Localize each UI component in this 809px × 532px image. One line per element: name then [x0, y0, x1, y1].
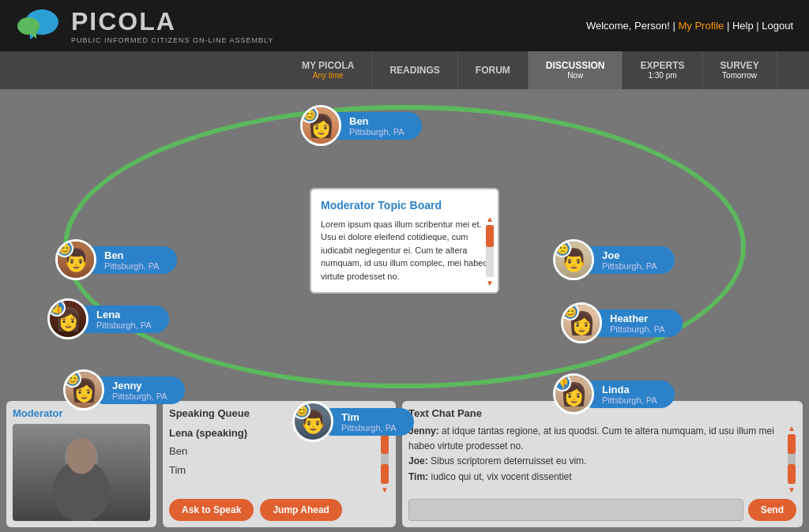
avatar-ben-left: 👨 😊: [55, 239, 96, 280]
chat-messages: Jenny: at idque tantas regione, at ius q…: [408, 424, 787, 494]
chat-msg-tim: Tim: iudico qui ut, vix vocent dissentie…: [408, 470, 787, 485]
participant-ben-top[interactable]: 👩 😊 Ben Pittsburgh, PA: [300, 105, 422, 146]
loc-heather: Pittsburgh, PA: [610, 324, 665, 334]
emotion-ben-left: 😊: [56, 240, 73, 257]
chat-sender-jenny: Jenny:: [408, 425, 439, 436]
emotion-heather: 😊: [562, 303, 579, 320]
chat-scrollbar[interactable]: ▲ ▼: [787, 424, 796, 494]
participant-lena[interactable]: 👩 👍 Lena Pittsburgh, PA: [47, 298, 169, 339]
avatar-joe: 👨 🙁: [553, 239, 594, 280]
avatar-jenny: 👩 😊: [63, 369, 104, 410]
nav-label-survey: SURVEY: [721, 60, 759, 71]
help-link[interactable]: Help: [732, 20, 754, 32]
logout-link[interactable]: Logout: [762, 20, 793, 32]
topic-board: Moderator Topic Board Lorem ipsum quas i…: [310, 188, 499, 294]
moderator-pane: Moderator: [6, 401, 156, 527]
participant-joe[interactable]: 👨 🙁 Joe Pittsburgh, PA: [553, 239, 675, 280]
chat-scroll-thumb: [788, 434, 796, 454]
emotion-tim: 😊: [293, 402, 310, 419]
chat-input-row: Send: [408, 499, 796, 521]
avatar-heather: 👩 😊: [561, 302, 602, 343]
avatar-linda: 👩 👎: [553, 373, 594, 414]
header: PICOLA PUBLIC INFORMED CITIZENS ON-LINE …: [0, 0, 809, 51]
nav-item-discussion[interactable]: DISCUSSION Now: [529, 51, 623, 89]
nav-label-forum: FORUM: [476, 65, 510, 76]
send-button[interactable]: Send: [748, 499, 796, 521]
nav-item-readings[interactable]: READINGS: [372, 51, 457, 89]
chat-sender-joe: Joe:: [408, 455, 428, 466]
nav-item-my-picola[interactable]: MY PICOLA Any time: [284, 51, 372, 89]
topic-board-title: Moderator Topic Board: [321, 199, 488, 212]
queue-scroll-thumb: [381, 434, 389, 454]
nav-bar: MY PICOLA Any time READINGS FORUM DISCUS…: [0, 51, 809, 89]
name-heather: Heather: [610, 313, 648, 324]
chat-input[interactable]: [408, 499, 743, 521]
header-right: Welcome, Person! | My Profile | Help | L…: [586, 20, 793, 32]
main-content: Moderator Topic Board Lorem ipsum quas i…: [0, 89, 809, 532]
nav-sub-discussion: Now: [567, 71, 583, 81]
logo-area: PICOLA PUBLIC INFORMED CITIZENS ON-LINE …: [16, 6, 273, 46]
name-jenny: Jenny: [112, 380, 142, 392]
name-ben-left: Ben: [104, 249, 124, 261]
moderator-svg: [13, 424, 150, 521]
chat-text-tim: iudico qui ut, vix vocent dissentiet: [431, 471, 571, 482]
loc-ben-left: Pittsburgh, PA: [104, 261, 160, 271]
chat-pane: Text Chat Pane Jenny: at idque tantas re…: [402, 401, 803, 527]
nav-item-survey[interactable]: SURVEY Tomorrow: [703, 51, 777, 89]
nav-label-my-picola: MY PICOLA: [302, 60, 354, 71]
participant-jenny[interactable]: 👩 😊 Jenny Pittsburgh, PA: [63, 369, 185, 410]
queue-scroll-down[interactable]: ▼: [381, 485, 389, 494]
logo-icon: [16, 6, 63, 46]
participant-ben-left[interactable]: 👨 😊 Ben Pittsburgh, PA: [55, 239, 177, 280]
participant-heather[interactable]: 👩 😊 Heather Pittsburgh, PA: [561, 302, 683, 343]
queue-scroll-thumb-bot: [381, 464, 389, 484]
logo-text: PICOLA PUBLIC INFORMED CITIZENS ON-LINE …: [71, 7, 273, 44]
my-profile-link[interactable]: My Profile: [678, 20, 724, 32]
nav-item-experts[interactable]: EXPERTS 1:30 pm: [623, 51, 702, 89]
chat-scroll-track[interactable]: [788, 434, 796, 484]
loc-joe: Pittsburgh, PA: [602, 261, 657, 271]
name-linda: Linda: [602, 384, 630, 395]
chat-sender-tim: Tim:: [408, 471, 428, 482]
chat-scroll-thumb-bot: [788, 464, 796, 484]
chat-text-jenny: at idque tantas regione, at ius quodsi. …: [408, 425, 774, 451]
avatar-lena: 👩 👍: [47, 298, 88, 339]
chat-scroll-up[interactable]: ▲: [788, 424, 796, 433]
emotion-ben-top: 😊: [301, 106, 318, 123]
chat-scroll-down[interactable]: ▼: [788, 485, 796, 494]
chat-msg-joe: Joe: Sibus scriptorem deterruisset eu vi…: [408, 454, 787, 469]
nav-label-discussion: DISCUSSION: [546, 60, 605, 71]
name-tim: Tim: [341, 411, 359, 423]
topic-board-scrollbar[interactable]: ▲ ▼: [485, 215, 495, 288]
queue-scroll-track[interactable]: [381, 434, 389, 484]
moderator-silhouette: [13, 424, 150, 521]
loc-linda: Pittsburgh, PA: [602, 395, 657, 405]
chat-text-joe: Sibus scriptorem deterruisset eu vim.: [431, 455, 586, 466]
info-bubble-ben-left: Ben Pittsburgh, PA: [82, 246, 177, 274]
ask-to-speak-button[interactable]: Ask to Speak: [169, 499, 254, 521]
loc-ben-top: Pittsburgh, PA: [349, 127, 404, 137]
name-ben-top: Ben: [349, 115, 369, 127]
avatar-tim: 👨 😊: [292, 401, 333, 442]
chat-content: Jenny: at idque tantas regione, at ius q…: [408, 424, 796, 494]
info-bubble-jenny: Jenny Pittsburgh, PA: [90, 377, 185, 404]
info-bubble-joe: Joe Pittsburgh, PA: [580, 246, 675, 274]
svg-point-2: [66, 438, 96, 474]
emotion-joe: 🙁: [554, 240, 571, 257]
discussion-arena: Moderator Topic Board Lorem ipsum quas i…: [0, 89, 809, 396]
info-bubble-ben-top: Ben Pittsburgh, PA: [327, 112, 422, 140]
queue-item-ben: Ben: [169, 442, 380, 460]
emotion-jenny: 😊: [64, 370, 81, 388]
nav-sub-experts: 1:30 pm: [648, 71, 676, 81]
info-bubble-heather: Heather Pittsburgh, PA: [588, 309, 683, 337]
nav-item-forum[interactable]: FORUM: [458, 51, 529, 89]
chat-msg-jenny: Jenny: at idque tantas regione, at ius q…: [408, 424, 787, 454]
avatar-ben-top: 👩 😊: [300, 105, 341, 146]
participant-linda[interactable]: 👩 👎 Linda Pittsburgh, PA: [553, 373, 675, 414]
jump-ahead-button[interactable]: Jump Ahead: [260, 499, 342, 521]
nav-sub-survey: Tomorrow: [722, 71, 757, 81]
queue-buttons: Ask to Speak Jump Ahead: [169, 499, 389, 521]
welcome-text: Welcome, Person!: [586, 20, 670, 32]
nav-label-readings: READINGS: [389, 65, 439, 76]
loc-jenny: Pittsburgh, PA: [112, 392, 167, 401]
